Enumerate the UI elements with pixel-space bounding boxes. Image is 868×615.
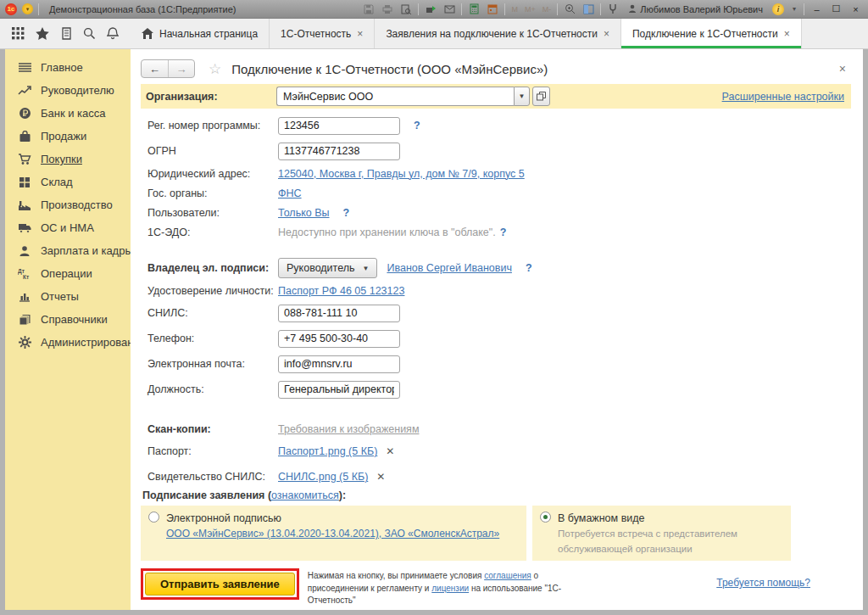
sidebar-item-production[interactable]: Производство — [5, 193, 131, 216]
tools-icon[interactable] — [606, 3, 620, 15]
zoom-icon[interactable] — [563, 3, 576, 15]
panel-tool-strip — [0, 19, 131, 48]
reg-number-help-icon[interactable]: ? — [414, 120, 420, 131]
calculator-icon[interactable] — [467, 3, 481, 15]
users-link[interactable]: Только Вы — [278, 207, 330, 219]
current-user[interactable]: Любимов Валерий Юрьевич — [628, 4, 763, 14]
review-link[interactable]: ознакомиться — [271, 489, 339, 501]
back-button[interactable]: ← — [142, 60, 168, 77]
owner-help-icon[interactable]: ? — [526, 262, 532, 274]
info-icon[interactable]: i — [771, 3, 785, 15]
form-close-icon[interactable]: × — [834, 62, 851, 75]
memory-m-button[interactable]: M — [510, 3, 519, 15]
tab-1c-reporting[interactable]: 1С-Отчетность × — [270, 19, 375, 48]
tab-close-icon[interactable]: × — [357, 28, 363, 40]
certificate-link[interactable]: ООО «МэйнСервис» (13.04.2020-13.04.2021)… — [166, 528, 499, 540]
history-icon[interactable] — [61, 27, 72, 40]
agreement-link[interactable]: соглашения — [484, 571, 531, 580]
person-icon — [18, 245, 31, 257]
sidebar-item-operations[interactable]: ДтКтОперации — [5, 262, 131, 285]
favorites-icon[interactable] — [36, 27, 49, 40]
delete-passport-file-icon[interactable]: ✕ — [386, 445, 394, 457]
sidebar-item-purchases[interactable]: Покупки — [5, 148, 131, 171]
users-help-icon[interactable]: ? — [343, 207, 350, 219]
option-electronic-signature[interactable]: Электронной подписью ООО «МэйнСервис» (1… — [141, 506, 526, 561]
sidebar-item-manager[interactable]: Руководителю — [5, 79, 131, 102]
option-paper[interactable]: В бумажном виде Потребуется встреча с пр… — [532, 506, 791, 561]
gov-bodies-link[interactable]: ФНС — [278, 187, 302, 199]
passport-scan-label: Паспорт: — [147, 445, 278, 457]
image-requirements-link[interactable]: Требования к изображениям — [278, 423, 419, 435]
window-close-button[interactable]: × — [849, 3, 863, 16]
print-icon[interactable] — [381, 3, 394, 15]
minimize-button[interactable]: – — [810, 3, 824, 16]
favorite-star-icon[interactable]: ☆ — [209, 60, 221, 78]
search-icon[interactable] — [83, 27, 96, 40]
snils-input[interactable] — [278, 305, 400, 322]
chevron-down-icon[interactable]: ▼ — [514, 87, 530, 106]
open-organization-button[interactable] — [532, 87, 550, 106]
radio-paper-icon[interactable] — [540, 512, 551, 523]
ogrn-input[interactable] — [278, 143, 400, 160]
tab-close-icon[interactable]: × — [604, 28, 609, 40]
sidebar-item-administration[interactable]: Администрирование — [5, 331, 131, 354]
users-label: Пользователи: — [147, 207, 278, 219]
sidebar-item-warehouse[interactable]: Склад — [5, 171, 131, 193]
signature-owner-label: Владелец эл. подписи: — [147, 262, 278, 274]
sections-menu-icon[interactable] — [12, 27, 25, 40]
sidebar-item-reports[interactable]: Отчеты — [5, 285, 131, 308]
forward-button[interactable]: → — [168, 60, 194, 77]
sidebar-item-main[interactable]: Главное — [5, 56, 131, 79]
email-input[interactable] — [278, 355, 400, 373]
boxes-icon — [18, 176, 31, 188]
passport-scan-row: Паспорт: Паспорт1.png (5 КБ) ✕ — [147, 440, 851, 462]
sidebar-item-bank-cash[interactable]: Банк и касса — [5, 102, 131, 125]
users-row: Пользователи: Только Вы ? — [147, 204, 851, 221]
radio-electronic-icon[interactable] — [148, 512, 159, 523]
edo-help-icon[interactable]: ? — [500, 226, 507, 238]
position-input[interactable] — [278, 381, 400, 399]
tab-applications[interactable]: Заявления на подключение к 1С-Отчетности… — [375, 19, 621, 48]
tab-label: 1С-Отчетность — [281, 28, 351, 40]
sidebar-item-sales[interactable]: Продажи — [5, 125, 131, 148]
sidebar-item-payroll-hr[interactable]: Зарплата и кадры — [5, 239, 131, 262]
system-menu-icon[interactable]: ▾ — [22, 3, 33, 14]
notifications-bell-icon[interactable] — [107, 27, 119, 40]
legal-address-link[interactable]: 125040, Москва г, Правды ул, дом № 7/9, … — [278, 168, 525, 180]
license-link[interactable]: лицензии — [431, 584, 469, 593]
mail-icon[interactable] — [442, 3, 456, 15]
owner-person-link[interactable]: Иванов Сергей Иванович — [387, 262, 511, 274]
nav-buttons: ← → — [141, 59, 195, 78]
memory-m-minus-button[interactable]: M- — [542, 3, 553, 15]
panels-icon[interactable] — [581, 3, 595, 15]
maximize-button[interactable]: ☐ — [829, 3, 843, 16]
save-icon[interactable] — [362, 3, 376, 15]
send-icon[interactable] — [424, 3, 437, 15]
divider — [600, 3, 601, 15]
svg-text:Кт: Кт — [23, 274, 29, 280]
tab-home[interactable]: Начальная страница — [131, 19, 270, 48]
organization-input[interactable] — [276, 87, 514, 106]
sidebar-item-directories[interactable]: Справочники — [5, 308, 131, 331]
passport-file-link[interactable]: Паспорт1.png (5 КБ) — [278, 445, 377, 457]
reg-number-input[interactable] — [278, 117, 400, 135]
identity-row: Удостоверение личности: Паспорт РФ 46 05… — [147, 282, 851, 299]
info-dropdown-icon[interactable]: ▾ — [790, 3, 798, 15]
bar-chart-icon — [18, 291, 31, 302]
phone-row: Телефон: — [147, 327, 851, 349]
tab-connection[interactable]: Подключение к 1С-Отчетности × — [621, 19, 802, 48]
owner-role-dropdown[interactable]: Руководитель ▼ — [278, 258, 377, 278]
identity-link[interactable]: Паспорт РФ 46 05 123123 — [278, 285, 404, 297]
need-help-link[interactable]: Требуется помощь? — [716, 577, 810, 589]
snils-file-link[interactable]: СНИЛС.png (5 КБ) — [278, 471, 368, 483]
calendar-icon[interactable] — [486, 3, 499, 15]
send-application-button[interactable]: Отправить заявление — [145, 573, 295, 595]
sidebar-item-fixed-assets[interactable]: ОС и НМА — [5, 216, 131, 239]
advanced-settings-link[interactable]: Расширенные настройки — [722, 91, 844, 103]
disclaimer-text: Нажимая на кнопку, вы принимаете условия… — [308, 570, 600, 607]
tab-close-icon[interactable]: × — [784, 28, 790, 40]
delete-snils-file-icon[interactable]: ✕ — [376, 471, 385, 483]
print-preview-icon[interactable] — [399, 3, 413, 15]
memory-m-plus-button[interactable]: M+ — [524, 3, 537, 15]
phone-input[interactable] — [278, 330, 400, 348]
